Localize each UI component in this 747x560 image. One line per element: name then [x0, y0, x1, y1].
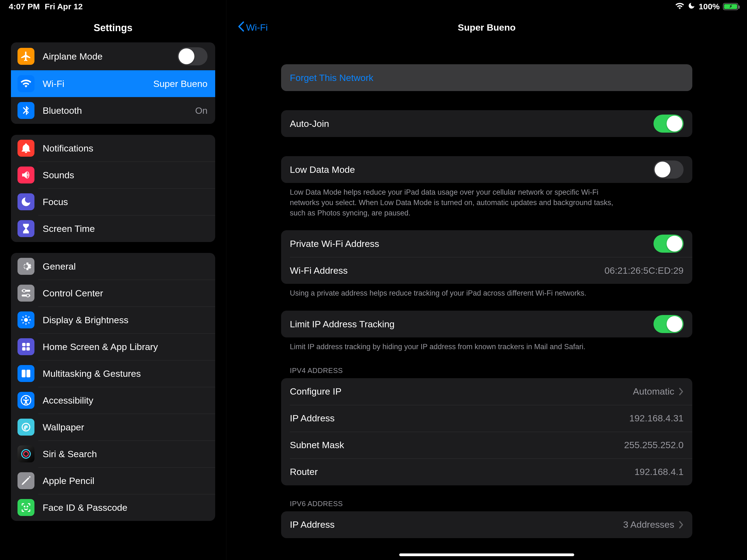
- sidebar-item-screentime[interactable]: Screen Time: [11, 215, 215, 242]
- faceid-icon: [18, 499, 34, 516]
- row-label: Home Screen & App Library: [43, 341, 208, 352]
- battery-icon: ⚡︎: [723, 3, 738, 10]
- sidebar-item-airplane[interactable]: Airplane Mode: [11, 42, 215, 70]
- row-label: Control Center: [43, 288, 208, 299]
- detail-header: Wi-Fi Super Bueno: [226, 15, 747, 40]
- limit-ip-row[interactable]: Limit IP Address Tracking: [281, 311, 692, 337]
- sidebar-item-faceid[interactable]: Face ID & Passcode: [11, 494, 215, 521]
- row-label: Accessibility: [43, 395, 208, 406]
- sidebar-item-bluetooth[interactable]: Bluetooth On: [11, 97, 215, 124]
- row-label: Multitasking & Gestures: [43, 368, 208, 379]
- svg-point-22: [22, 450, 30, 458]
- forget-label: Forget This Network: [290, 73, 684, 83]
- svg-rect-15: [22, 347, 25, 351]
- sidebar-group-system: General Control Center Display & Brightn…: [11, 253, 215, 521]
- sidebar-item-pencil[interactable]: Apple Pencil: [11, 467, 215, 494]
- wifi-icon: [675, 2, 685, 11]
- sidebar: Settings Airplane Mode Wi-Fi Super Bueno…: [0, 0, 226, 560]
- sidebar-item-accessibility[interactable]: Accessibility: [11, 387, 215, 414]
- limit-ip-toggle[interactable]: [653, 315, 684, 333]
- lowdata-group: Low Data Mode: [281, 156, 692, 183]
- sidebar-item-sounds[interactable]: Sounds: [11, 161, 215, 188]
- airplane-icon: [18, 48, 34, 65]
- configure-ip-value: Automatic: [633, 386, 674, 397]
- router-row: Router 192.168.4.1: [281, 459, 692, 485]
- wifi-icon: [18, 75, 34, 92]
- ip-address-value: 192.168.4.31: [629, 413, 684, 424]
- low-data-footer: Low Data Mode helps reduce your iPad dat…: [281, 183, 631, 218]
- status-bar: 4:07 PM Fri Apr 12 100% ⚡︎: [0, 0, 747, 13]
- status-time: 4:07 PM: [9, 2, 40, 11]
- battery-percent: 100%: [699, 2, 720, 11]
- auto-join-row[interactable]: Auto-Join: [281, 110, 692, 137]
- ipv6-header: IPV6 ADDRESS: [281, 485, 692, 511]
- sidebar-item-wallpaper[interactable]: Wallpaper: [11, 414, 215, 440]
- back-button[interactable]: Wi-Fi: [237, 21, 268, 34]
- sidebar-item-home-screen[interactable]: Home Screen & App Library: [11, 333, 215, 360]
- subnet-value: 255.255.252.0: [624, 440, 684, 450]
- low-data-row[interactable]: Low Data Mode: [281, 156, 692, 183]
- low-data-toggle[interactable]: [653, 160, 684, 179]
- ipv4-group: Configure IP Automatic IP Address 192.16…: [281, 378, 692, 485]
- sidebar-item-focus[interactable]: Focus: [11, 188, 215, 215]
- forget-network-button[interactable]: Forget This Network: [281, 64, 692, 91]
- siri-icon: [18, 446, 34, 462]
- chevron-right-icon: [679, 387, 684, 396]
- row-label: Focus: [43, 197, 208, 207]
- row-label: Wi-Fi: [43, 78, 153, 89]
- wifi-address-row: Wi-Fi Address 06:21:26:5C:ED:29: [281, 257, 692, 284]
- home-indicator[interactable]: [399, 554, 574, 556]
- configure-ip-row[interactable]: Configure IP Automatic: [281, 378, 692, 405]
- row-label: Face ID & Passcode: [43, 502, 208, 513]
- svg-line-10: [28, 322, 29, 324]
- wifi-value: Super Bueno: [153, 78, 208, 89]
- svg-point-25: [27, 506, 28, 507]
- gear-icon: [18, 258, 34, 275]
- airplane-toggle[interactable]: [177, 47, 208, 65]
- sidebar-item-siri[interactable]: Siri & Search: [11, 440, 215, 467]
- sidebar-item-general[interactable]: General: [11, 253, 215, 280]
- sidebar-title: Settings: [0, 15, 226, 42]
- sidebar-item-display[interactable]: Display & Brightness: [11, 307, 215, 333]
- limitip-group: Limit IP Address Tracking: [281, 311, 692, 337]
- sidebar-item-control-center[interactable]: Control Center: [11, 280, 215, 307]
- ipv6-ip-row[interactable]: IP Address 3 Addresses: [281, 511, 692, 538]
- router-value: 192.168.4.1: [634, 466, 684, 477]
- grid-icon: [18, 338, 34, 355]
- row-label: Configure IP: [290, 386, 633, 397]
- status-date: Fri Apr 12: [45, 2, 83, 11]
- autojoin-group: Auto-Join: [281, 110, 692, 137]
- sun-icon: [18, 311, 34, 328]
- row-label: Sounds: [43, 170, 208, 180]
- svg-point-20: [25, 397, 27, 399]
- svg-point-3: [27, 294, 29, 297]
- sidebar-item-notifications[interactable]: Notifications: [11, 135, 215, 161]
- svg-rect-14: [27, 343, 30, 346]
- svg-point-2: [23, 289, 26, 292]
- row-label: Low Data Mode: [290, 164, 653, 175]
- sliders-icon: [18, 285, 34, 302]
- chevron-right-icon: [679, 520, 684, 529]
- bluetooth-icon: [18, 102, 34, 119]
- detail-title: Super Bueno: [458, 22, 516, 33]
- limit-ip-footer: Limit IP address tracking by hiding your…: [281, 337, 631, 352]
- wifi-address-value: 06:21:26:5C:ED:29: [604, 265, 684, 276]
- bluetooth-value: On: [195, 105, 208, 116]
- private-group: Private Wi-Fi Address Wi-Fi Address 06:2…: [281, 230, 692, 284]
- bell-icon: [18, 140, 34, 157]
- svg-rect-13: [22, 343, 25, 346]
- pencil-icon: [18, 472, 34, 489]
- row-label: Limit IP Address Tracking: [290, 319, 653, 330]
- dnd-icon: [688, 2, 695, 11]
- auto-join-toggle[interactable]: [653, 114, 684, 133]
- moon-icon: [18, 193, 34, 210]
- private-wifi-row[interactable]: Private Wi-Fi Address: [281, 230, 692, 257]
- private-wifi-toggle[interactable]: [653, 235, 684, 253]
- row-label: Auto-Join: [290, 119, 653, 129]
- sidebar-item-wifi[interactable]: Wi-Fi Super Bueno: [11, 70, 215, 97]
- row-label: Display & Brightness: [43, 315, 208, 325]
- svg-line-9: [23, 316, 24, 318]
- svg-point-23: [24, 452, 28, 456]
- sidebar-item-multitasking[interactable]: Multitasking & Gestures: [11, 360, 215, 387]
- accessibility-icon: [18, 392, 34, 409]
